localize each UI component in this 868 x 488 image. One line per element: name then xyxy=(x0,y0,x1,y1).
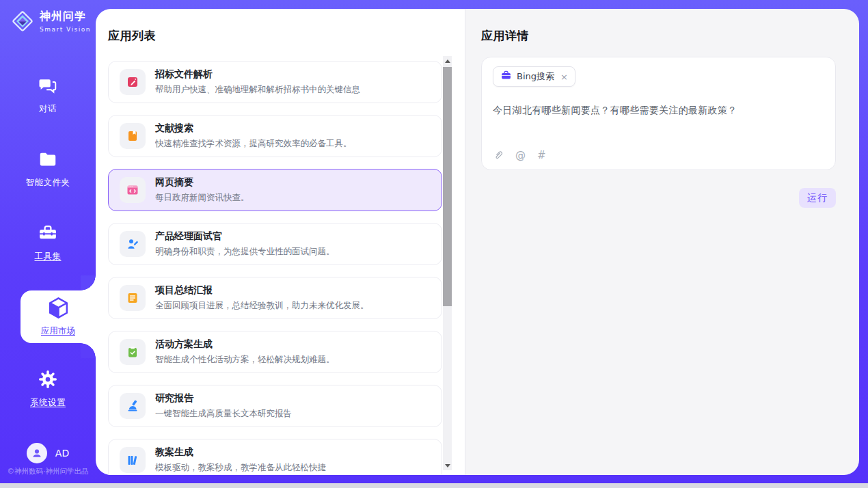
sidebar-item-app-market[interactable]: 应用市场 xyxy=(21,290,96,343)
app-name: 招标文件解析 xyxy=(155,68,360,81)
notes-icon xyxy=(120,285,146,311)
app-desc: 全面回顾项目进展，总结经验教训，助力未来优化发展。 xyxy=(155,300,369,312)
app-desc: 智能生成个性化活动方案，轻松解决规划难题。 xyxy=(155,354,335,366)
app-desc: 明确身份和职责，为您提供专业性的面试问题。 xyxy=(155,246,335,258)
run-button[interactable]: 运行 xyxy=(799,188,836,208)
app-list-title: 应用列表 xyxy=(108,28,442,44)
mention-icon[interactable]: @ xyxy=(515,149,526,161)
list-item-literature-search[interactable]: 文献搜索 快速精准查找学术资源，提高研究效率的必备工具。 xyxy=(108,115,442,157)
sidebar-item-label: 工具集 xyxy=(0,251,96,262)
app-list: 招标文件解析 帮助用户快速、准确地理解和解析招标书中的关键信息 文献搜索 快速精… xyxy=(108,61,442,475)
hashtag-icon[interactable]: # xyxy=(537,149,546,161)
toolbox-icon xyxy=(38,223,58,243)
sidebar-item-settings[interactable]: 系统设置 xyxy=(0,369,96,409)
app-name: 研究报告 xyxy=(155,392,292,405)
book-icon xyxy=(120,123,146,149)
list-item-bid-doc-analysis[interactable]: 招标文件解析 帮助用户快速、准确地理解和解析招标书中的关键信息 xyxy=(108,61,442,103)
app-frame: 神州问学 Smart Vision 对话 智能文件夹 xyxy=(0,0,868,483)
sidebar-item-label: 应用市场 xyxy=(21,325,96,337)
sidebar-item-label: 对话 xyxy=(0,103,96,115)
diamond-logo-icon xyxy=(11,10,34,36)
microscope-icon xyxy=(120,393,146,419)
edit-icon xyxy=(120,69,146,95)
main-content: 应用列表 招标文件解析 帮助用户快速、准确地理解和解析招标书中的关键信息 xyxy=(96,9,859,475)
app-list-panel: 应用列表 招标文件解析 帮助用户快速、准确地理解和解析招标书中的关键信息 xyxy=(96,9,465,475)
tool-chip-bing-search[interactable]: Bing搜索 × xyxy=(493,66,575,87)
books-icon xyxy=(120,447,146,473)
run-row: 运行 xyxy=(481,188,836,208)
briefcase-icon xyxy=(500,70,512,84)
prompt-card: Bing搜索 × 今日湖北有哪些新闻要点？有哪些需要关注的最新政策？ @ # xyxy=(481,57,836,170)
list-item-research-report[interactable]: 研究报告 一键智能生成高质量长文本研究报告 xyxy=(108,385,442,427)
sidebar-item-label: 智能文件夹 xyxy=(0,177,96,189)
list-item-pm-interviewer[interactable]: 产品经理面试官 明确身份和职责，为您提供专业性的面试问题。 xyxy=(108,223,442,265)
brand-name: 神州问学 xyxy=(40,10,86,23)
gear-icon xyxy=(38,369,58,390)
app-desc: 每日政府新闻资讯快查。 xyxy=(155,192,249,204)
sidebar-item-toolset[interactable]: 工具集 xyxy=(0,223,96,262)
app-name: 项目总结汇报 xyxy=(155,284,369,297)
scrollbar-down-arrow[interactable] xyxy=(443,461,452,470)
app-name: 网页摘要 xyxy=(155,176,249,189)
list-scrollbar[interactable] xyxy=(443,56,452,470)
folder-icon xyxy=(38,149,58,170)
app-desc: 模板驱动，教案秒成，教学准备从此轻松快捷 xyxy=(155,462,326,474)
list-item-lesson-plan[interactable]: 教案生成 模板驱动，教案秒成，教学准备从此轻松快捷 xyxy=(108,439,442,475)
list-item-webpage-summary[interactable]: 网页摘要 每日政府新闻资讯快查。 xyxy=(108,169,442,211)
brand-subtitle: Smart Vision xyxy=(40,26,91,33)
user-initials: AD xyxy=(55,448,69,459)
app-name: 活动方案生成 xyxy=(155,338,335,351)
sidebar: 神州问学 Smart Vision 对话 智能文件夹 xyxy=(0,0,96,483)
prompt-input[interactable]: 今日湖北有哪些新闻要点？有哪些需要关注的最新政策？ xyxy=(493,105,824,117)
app-detail-panel: 应用详情 Bing搜索 × 今日湖北有哪些新闻要点？有哪些需要关注的最新政策？ xyxy=(465,9,859,475)
sidebar-item-label: 系统设置 xyxy=(0,397,96,409)
copyright-text: ©神州数码·神州问学出品 xyxy=(0,467,96,476)
app-name: 教案生成 xyxy=(155,446,326,459)
list-item-project-summary[interactable]: 项目总结汇报 全面回顾项目进展，总结经验教训，助力未来优化发展。 xyxy=(108,277,442,319)
cube-icon xyxy=(46,295,71,321)
list-item-event-plan[interactable]: 活动方案生成 智能生成个性化活动方案，轻松解决规划难题。 xyxy=(108,331,442,373)
webpage-icon xyxy=(120,177,146,203)
paperclip-icon[interactable] xyxy=(493,150,504,161)
app-detail-title: 应用详情 xyxy=(481,28,859,44)
scrollbar-thumb[interactable] xyxy=(443,67,452,306)
avatar xyxy=(27,443,47,463)
chip-close-icon[interactable]: × xyxy=(560,72,568,82)
bubble-fillet-bottom xyxy=(81,343,96,358)
app-name: 产品经理面试官 xyxy=(155,230,335,243)
app-desc: 帮助用户快速、准确地理解和解析招标书中的关键信息 xyxy=(155,84,360,96)
attachment-toolbar: @ # xyxy=(493,149,824,161)
bubble-fillet-top xyxy=(81,275,96,290)
app-desc: 快速精准查找学术资源，提高研究效率的必备工具。 xyxy=(155,138,352,150)
scrollbar-up-arrow[interactable] xyxy=(443,56,452,66)
clipboard-icon xyxy=(120,339,146,365)
chat-icon xyxy=(38,75,58,96)
app-desc: 一键智能生成高质量长文本研究报告 xyxy=(155,408,292,420)
brand-logo: 神州问学 Smart Vision xyxy=(11,10,96,36)
sidebar-item-chat[interactable]: 对话 xyxy=(0,75,96,115)
tool-chip-label: Bing搜索 xyxy=(517,70,554,83)
user-account[interactable]: AD xyxy=(0,443,96,463)
sidebar-item-smart-folder[interactable]: 智能文件夹 xyxy=(0,149,96,189)
app-name: 文献搜索 xyxy=(155,122,352,135)
interview-icon xyxy=(120,231,146,257)
